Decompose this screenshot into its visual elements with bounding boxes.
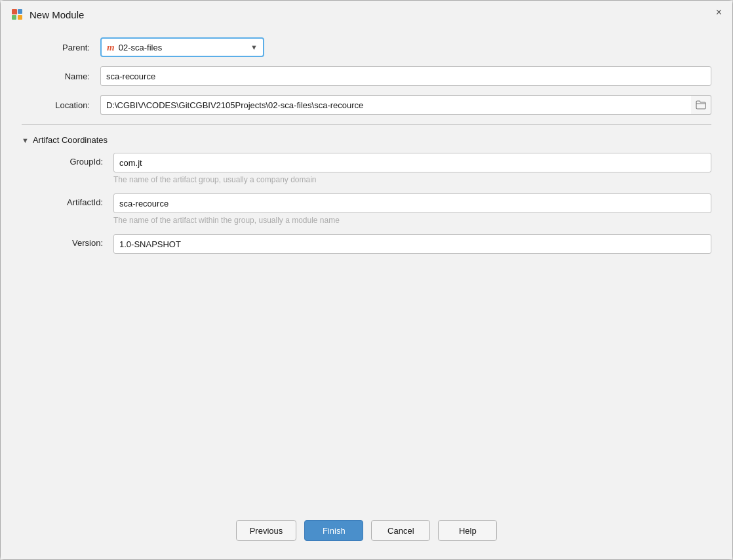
location-input[interactable] [100,95,691,115]
location-wrapper [100,95,711,115]
version-label: Version: [22,234,113,248]
name-input[interactable] [100,66,711,86]
artifact-id-label: ArtifactId: [22,193,113,207]
parent-control: m 02-sca-files ▼ [100,37,711,57]
name-row: Name: [22,66,711,86]
folder-icon [696,100,706,110]
version-control [113,234,711,254]
parent-label: Parent: [22,43,100,52]
help-button[interactable]: Help [438,520,497,541]
artifact-section: ▼ Artifact Coordinates GroupId: The name… [22,124,711,254]
artifact-section-title: Artifact Coordinates [33,135,108,145]
group-id-row: GroupId: The name of the artifact group,… [22,153,711,191]
finish-button[interactable]: Finish [304,520,363,541]
svg-rect-2 [12,15,16,20]
browse-folder-button[interactable] [691,95,711,115]
group-id-control: The name of the artifact group, usually … [113,153,711,191]
section-toggle-icon: ▼ [22,136,29,144]
artifact-id-row: ArtifactId: The name of the artifact wit… [22,193,711,231]
version-row: Version: [22,234,711,254]
location-row: Location: [22,95,711,115]
section-divider [22,124,711,125]
parent-value: 02-sca-files [119,43,162,52]
artifact-id-control: The name of the artifact within the grou… [113,193,711,231]
dialog-content: Parent: m 02-sca-files ▼ Name: Location: [1,27,732,507]
title-bar: New Module × [1,1,732,27]
group-id-hint: The name of the artifact group, usually … [113,175,711,184]
cancel-button[interactable]: Cancel [371,520,430,541]
group-id-label: GroupId: [22,153,113,167]
parent-row: Parent: m 02-sca-files ▼ [22,37,711,57]
location-control [100,95,711,115]
close-button[interactable]: × [712,6,726,19]
parent-select-inner: m 02-sca-files ▼ [107,42,258,53]
location-label: Location: [22,100,100,110]
dialog-icon [10,7,24,22]
new-module-dialog: New Module × Parent: m 02-sca-files ▼ Na… [0,0,733,560]
version-input[interactable] [113,234,711,254]
svg-rect-1 [18,9,22,14]
svg-rect-0 [12,9,17,14]
name-label: Name: [22,71,100,81]
previous-button[interactable]: Previous [236,520,297,541]
name-control [100,66,711,86]
svg-rect-3 [18,15,22,20]
dialog-footer: Previous Finish Cancel Help [1,507,732,559]
parent-dropdown[interactable]: m 02-sca-files ▼ [100,37,264,57]
dialog-title: New Module [30,9,84,20]
maven-icon: m [107,42,115,53]
group-id-input[interactable] [113,153,711,172]
dropdown-arrow-icon: ▼ [250,43,258,51]
artifact-section-header[interactable]: ▼ Artifact Coordinates [22,135,711,145]
artifact-id-input[interactable] [113,193,711,213]
artifact-id-hint: The name of the artifact within the grou… [113,216,711,225]
